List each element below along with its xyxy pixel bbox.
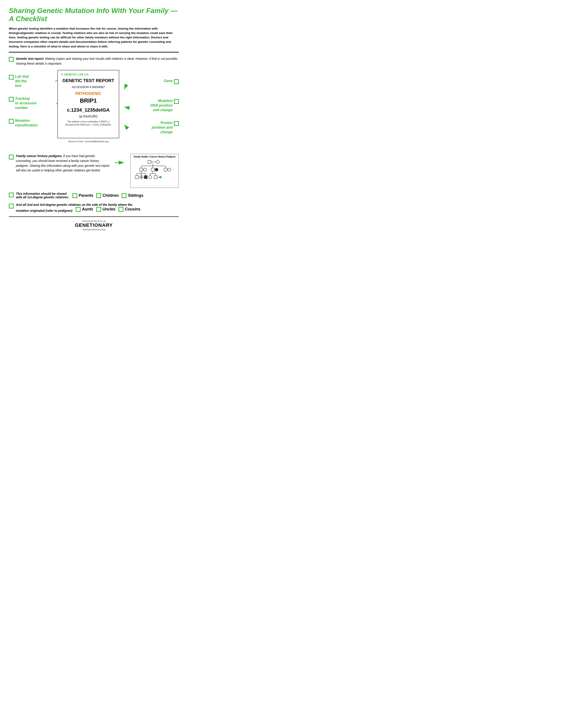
second-degree-check-row: And all 2nd and 3rd-degree genetic relat…	[9, 203, 140, 212]
genetic-report-bold: Genetic test report.	[16, 57, 44, 60]
uncles-label: Uncles	[102, 207, 115, 212]
first-degree-check-row: This information should be sharedwith al…	[9, 192, 69, 199]
cousins-checkbox[interactable]	[118, 207, 123, 212]
first-degree-checkbox[interactable]	[9, 193, 14, 197]
mutation-class-checkbox[interactable]	[9, 119, 14, 124]
first-degree-row: This information should be sharedwith al…	[9, 192, 179, 199]
footer: Download this form at GENETIONARY www.ge…	[9, 220, 179, 231]
second-degree-text: And all 2nd and 3rd-degree genetic relat…	[16, 203, 140, 212]
second-degree-section: And all 2nd and 3rd-degree genetic relat…	[9, 203, 179, 212]
intro-paragraph: When genetic testing identifies a mutati…	[9, 26, 179, 49]
svg-point-24	[168, 168, 171, 171]
protein-label: Protein position and change	[152, 121, 179, 134]
parents-item: Parents	[72, 193, 93, 198]
lab-label: Lab that did the test	[9, 74, 29, 88]
first-degree-text: This information should be sharedwith al…	[16, 192, 69, 199]
gene-checkbox[interactable]	[174, 79, 179, 84]
aunts-item: Aunts	[76, 206, 93, 212]
cousins-item: Cousins	[118, 206, 140, 212]
gene-label: Gene	[164, 79, 179, 84]
siblings-label: Siblings	[128, 193, 143, 198]
footer-brand: GENETIONARY	[9, 222, 179, 228]
uncles-item: Uncles	[96, 206, 115, 212]
footer-download: Download this form at	[9, 220, 179, 222]
svg-point-32	[141, 176, 142, 178]
pedigree-title: Family Health / Cancer History Pedigree	[132, 156, 177, 158]
svg-point-16	[143, 168, 147, 171]
protein-label-text: Protein position and change	[152, 121, 173, 134]
svg-rect-23	[164, 168, 167, 171]
pedigree-arrow-container	[115, 160, 126, 165]
report-classification: PATHOGENIC	[75, 91, 101, 96]
pedigree-chart-svg	[132, 159, 177, 186]
svg-rect-29	[135, 176, 138, 179]
lab-checkbox[interactable]	[9, 75, 14, 80]
svg-rect-9	[148, 160, 151, 163]
report-box: A GENETIC LAB CO. GENETIC TEST REPORT AC…	[57, 70, 119, 138]
report-accession: ACCESSION # 00034567	[72, 85, 105, 89]
pedigree-bold: Family cancer history pedigree.	[16, 154, 62, 158]
footer-url: www.genetionary.org	[9, 228, 179, 231]
children-checkbox[interactable]	[96, 193, 101, 198]
report-gene: BRIP1	[80, 97, 97, 104]
second-degree-relatives: Aunts Uncles Cousins	[76, 206, 140, 212]
page-title: Sharing Genetic Mutation Info With Your …	[9, 7, 179, 23]
siblings-checkbox[interactable]	[122, 193, 126, 198]
second-degree-row: And all 2nd and 3rd-degree genetic relat…	[9, 203, 179, 212]
mutation-dna-label: Mutation DNA position and change	[150, 99, 179, 112]
svg-point-38	[148, 176, 152, 179]
second-degree-checkbox[interactable]	[9, 204, 14, 208]
svg-rect-40	[154, 176, 157, 179]
svg-line-6	[124, 125, 126, 127]
divider-top	[9, 52, 179, 53]
pedigree-text: Family cancer history pedigree. If you h…	[16, 154, 110, 173]
tracking-label-text: Tracking or accession number	[15, 96, 37, 110]
pedigree-section: Family cancer history pedigree. If you h…	[9, 154, 179, 188]
report-mutation: c.1234_1235delGA	[67, 107, 109, 113]
uncles-checkbox[interactable]	[96, 207, 101, 212]
svg-rect-34	[144, 176, 147, 179]
tracking-label: Tracking or accession number	[9, 96, 37, 110]
children-label: Children	[102, 193, 118, 198]
svg-rect-15	[140, 168, 143, 171]
parents-label: Parents	[79, 193, 93, 198]
gene-label-text: Gene	[164, 79, 173, 83]
svg-rect-19	[151, 168, 154, 171]
report-lab: A GENETIC LAB CO.	[61, 73, 89, 76]
genetic-test-report-section: Genetic test report. Making copies and s…	[9, 56, 179, 66]
lab-label-text: Lab that did the test	[15, 74, 29, 88]
aunts-checkbox[interactable]	[76, 207, 81, 212]
pedigree-checkbox[interactable]	[9, 155, 14, 159]
report-diagram: Lab that did the test Tracking or access…	[9, 70, 179, 152]
tracking-checkbox[interactable]	[9, 97, 14, 102]
children-item: Children	[96, 193, 118, 198]
protein-checkbox[interactable]	[174, 121, 179, 126]
genetic-report-text: Genetic test report. Making copies and s…	[16, 56, 179, 66]
mutation-dna-text: Mutation DNA position and change	[150, 99, 173, 112]
first-degree-section: This information should be sharedwith al…	[9, 192, 179, 199]
pedigree-box: Family Health / Cancer History Pedigree	[130, 154, 179, 188]
aunts-label: Aunts	[82, 207, 93, 212]
mutation-class-text: Mutation classification.	[15, 118, 38, 128]
siblings-item: Siblings	[122, 193, 143, 198]
mutation-class-label: Mutation classification.	[9, 118, 38, 128]
report-title: GENETIC TEST REPORT	[62, 78, 114, 83]
svg-line-4	[124, 86, 126, 89]
svg-point-20	[155, 168, 158, 171]
first-degree-relatives: Parents Children Siblings	[72, 193, 143, 198]
pedigree-arrow-svg	[115, 160, 126, 165]
cousins-label: Cousins	[125, 207, 140, 212]
mutation-dna-checkbox[interactable]	[174, 99, 179, 104]
svg-point-10	[156, 160, 159, 163]
parents-checkbox[interactable]	[72, 193, 77, 198]
genetic-report-checkbox[interactable]	[9, 57, 14, 62]
svg-line-5	[124, 107, 126, 107]
divider-bottom	[9, 216, 179, 217]
report-source: Source of info: ConnectMyVariant.org	[57, 140, 119, 143]
report-footnote: This deletion of two nucleotides in BRIP…	[65, 120, 111, 126]
report-protein: (p.Glu412fs)	[79, 114, 98, 118]
